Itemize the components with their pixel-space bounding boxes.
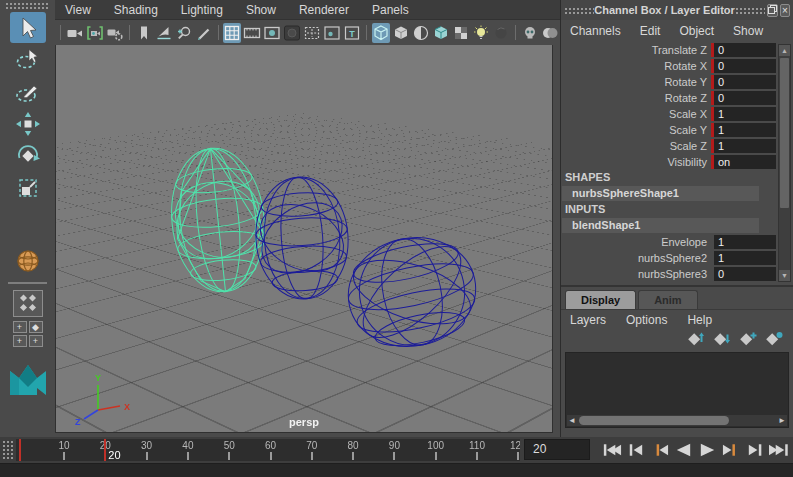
camera-settings-icon[interactable] <box>106 23 124 43</box>
tick-mark <box>63 452 65 460</box>
step-back-frame-button[interactable] <box>625 440 646 459</box>
layer-menu-layers[interactable]: Layers <box>570 313 606 327</box>
layer-list-hscrollbar[interactable]: ◄ ► <box>567 415 787 426</box>
camera-attributes-icon[interactable] <box>86 23 104 43</box>
occlusion-icon[interactable] <box>492 23 510 43</box>
egg-target-wireframe[interactable] <box>245 173 359 302</box>
current-frame-label: 20 <box>108 449 120 461</box>
shadows-icon[interactable] <box>472 23 490 43</box>
layout-pane-button-2[interactable]: ◆ <box>29 321 43 333</box>
gate-mask-icon[interactable] <box>283 23 301 43</box>
channel-scrollbar[interactable]: ▲ ▼ <box>778 44 791 282</box>
hscrollbar-thumb[interactable] <box>579 416 729 425</box>
input-node-item[interactable]: blendShape1 <box>562 218 759 233</box>
channel-value-field[interactable]: 1 <box>714 251 776 265</box>
menu-show[interactable]: Show <box>246 3 276 17</box>
scroll-up-arrow[interactable]: ▲ <box>779 45 790 56</box>
film-gate-icon[interactable] <box>243 23 261 43</box>
grid-icon[interactable] <box>223 23 241 43</box>
textured-display-icon[interactable] <box>432 23 450 43</box>
channel-value-field[interactable]: 0 <box>714 59 776 73</box>
channel-value-field[interactable]: 1 <box>714 123 776 137</box>
xray-icon[interactable] <box>521 23 539 43</box>
use-all-lights-icon[interactable] <box>452 23 470 43</box>
camera-icon[interactable] <box>66 23 84 43</box>
select-tool[interactable] <box>10 12 46 43</box>
current-time-marker[interactable] <box>104 439 106 461</box>
go-to-end-button[interactable] <box>769 440 790 459</box>
timeline[interactable]: 102030405060708090100110120 20 <box>16 439 520 461</box>
shaded-display-icon[interactable] <box>392 23 410 43</box>
channel-value-field[interactable]: 0 <box>714 91 776 105</box>
cb-menu-channels[interactable]: Channels <box>570 24 621 38</box>
resolution-gate-icon[interactable] <box>263 23 281 43</box>
scrollbar-thumb[interactable] <box>780 58 789 208</box>
scroll-down-arrow[interactable]: ▼ <box>779 270 790 281</box>
pan-zoom-icon[interactable] <box>155 23 173 43</box>
channel-value-field[interactable]: 1 <box>714 107 776 121</box>
safe-action-icon[interactable] <box>323 23 341 43</box>
step-forward-key-button[interactable] <box>721 440 742 459</box>
menu-renderer[interactable]: Renderer <box>299 3 349 17</box>
move-tool[interactable] <box>10 108 46 139</box>
toolbar-divider <box>129 25 130 40</box>
layer-menu-options[interactable]: Options <box>626 313 667 327</box>
panel-drag-handle[interactable] <box>735 7 765 14</box>
step-forward-frame-button[interactable] <box>745 440 766 459</box>
layer-list[interactable]: ◄ ► <box>565 352 789 428</box>
layout-pane-button-4[interactable]: + <box>29 335 43 347</box>
channel-value-field[interactable]: 1 <box>714 235 776 249</box>
field-chart-icon[interactable] <box>303 23 321 43</box>
menu-view[interactable]: View <box>65 3 91 17</box>
wireframe-on-shaded-icon[interactable] <box>412 23 430 43</box>
close-panel-button[interactable]: × <box>780 4 790 17</box>
rotate-tool[interactable] <box>10 140 46 171</box>
menu-panels[interactable]: Panels <box>372 3 409 17</box>
layer-menu-help[interactable]: Help <box>687 313 712 327</box>
scroll-right-arrow[interactable]: ► <box>777 416 787 425</box>
channel-value-field[interactable]: on <box>714 155 776 169</box>
move-layer-down-button[interactable] <box>714 329 733 352</box>
timeslider-drag-handle[interactable] <box>2 440 13 460</box>
scroll-left-arrow[interactable]: ◄ <box>567 416 577 425</box>
sphere-target-wireframe[interactable] <box>336 225 488 358</box>
scale-tool[interactable] <box>10 172 46 203</box>
cb-menu-show[interactable]: Show <box>733 24 763 38</box>
tab-anim[interactable]: Anim <box>638 290 698 309</box>
step-back-key-button[interactable] <box>649 440 670 459</box>
go-to-start-button[interactable] <box>601 440 622 459</box>
safe-title-icon[interactable]: T <box>343 23 361 43</box>
single-pane-layout-button[interactable] <box>13 290 43 317</box>
zoom-region-icon[interactable] <box>175 23 193 43</box>
grease-pencil-icon[interactable] <box>195 23 213 43</box>
exposure-icon[interactable] <box>541 23 559 43</box>
cb-menu-object[interactable]: Object <box>679 24 714 38</box>
current-frame-field[interactable]: 20 <box>524 439 590 460</box>
panel-drag-handle[interactable] <box>564 7 594 14</box>
create-layer-from-selected-button[interactable] <box>766 329 785 352</box>
range-slider[interactable] <box>0 463 793 477</box>
channel-value-field[interactable]: 0 <box>714 43 776 57</box>
tab-display[interactable]: Display <box>565 290 636 309</box>
channel-value-field[interactable]: 0 <box>714 75 776 89</box>
menu-shading[interactable]: Shading <box>114 3 158 17</box>
move-layer-up-button[interactable] <box>688 329 707 352</box>
last-tool-used-button[interactable] <box>10 245 46 276</box>
channel-value-field[interactable]: 1 <box>714 139 776 153</box>
layout-pane-button-3[interactable]: + <box>13 335 27 347</box>
play-forwards-button[interactable] <box>697 440 718 459</box>
restore-panel-button[interactable] <box>767 4 778 17</box>
perspective-viewport[interactable]: YXZ persp <box>55 45 553 433</box>
create-empty-layer-button[interactable] <box>740 329 759 352</box>
cb-menu-edit[interactable]: Edit <box>640 24 661 38</box>
bookmark-icon[interactable] <box>135 23 153 43</box>
paint-select-tool[interactable] <box>10 76 46 107</box>
layout-pane-button-1[interactable]: + <box>13 321 27 333</box>
shape-node-item[interactable]: nurbsSphereShape1 <box>562 186 759 201</box>
channel-value-field[interactable]: 0 <box>714 267 776 281</box>
lasso-tool[interactable] <box>10 44 46 75</box>
wireframe-display-icon[interactable] <box>372 23 390 43</box>
menu-lighting[interactable]: Lighting <box>181 3 223 17</box>
play-backwards-button[interactable] <box>673 440 694 459</box>
toolbox-drag-handle[interactable] <box>5 2 50 9</box>
